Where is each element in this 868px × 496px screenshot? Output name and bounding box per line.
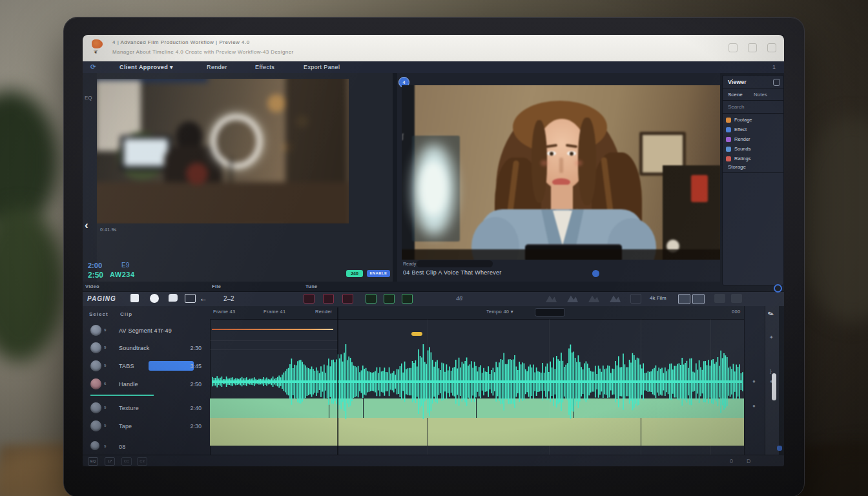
track-list-panel: Select Clip 9 AV Segment 4Tr-49 9 Soundt…: [83, 306, 211, 455]
status-icon-cc[interactable]: CC: [121, 457, 132, 466]
layout-toggle-icon[interactable]: [692, 294, 705, 304]
sounds-icon: [726, 147, 731, 152]
track-row[interactable]: 9 Tape 2:30: [83, 419, 210, 435]
paging-label: PAGING: [87, 295, 116, 302]
source-scene: [97, 79, 349, 223]
marker-red-icon[interactable]: [304, 294, 315, 304]
keyframe-icon[interactable]: [588, 294, 599, 302]
window-control-icon[interactable]: [728, 43, 738, 52]
timeline-ruler[interactable]: Frame 43 Frame 41 Render Tempo 40 ▾ 000: [210, 306, 744, 320]
scene-note-glyph: ʃ: [402, 133, 403, 140]
keyframe-icon[interactable]: [567, 294, 578, 302]
tempo-value-box[interactable]: [535, 308, 565, 316]
back-arrow-icon[interactable]: ←: [200, 294, 207, 303]
track-row[interactable]: 9 AV Segment 4Tr-49: [83, 324, 210, 339]
track-duration: 2:30: [178, 345, 202, 351]
source-video-frame[interactable]: [97, 79, 349, 223]
comment-icon[interactable]: [169, 294, 178, 302]
menu-item-client-approved[interactable]: Client Approved ▾: [119, 64, 173, 70]
scene-monitor-glow: [124, 139, 168, 166]
keyframe-icon[interactable]: [546, 294, 557, 302]
keyframe-icon[interactable]: [610, 294, 621, 302]
viewer-item-effect[interactable]: Effect: [726, 126, 780, 134]
record-icon[interactable]: [150, 294, 159, 303]
audio-waveform[interactable]: [212, 329, 744, 439]
viewer-footer-storage[interactable]: Storage: [728, 164, 746, 170]
menu-item-effects[interactable]: Effects: [255, 64, 274, 70]
program-scene: ʃ: [402, 85, 720, 260]
viewer-tab-notes[interactable]: Notes: [754, 92, 767, 98]
stop-icon[interactable]: [130, 294, 139, 302]
timeline-canvas[interactable]: Frame 43 Frame 41 Render Tempo 40 ▾ 000: [210, 306, 744, 455]
window-control-icon[interactable]: [748, 43, 757, 52]
vertical-scrollbar-thumb[interactable]: [772, 373, 776, 400]
layout-dim-icon[interactable]: [714, 294, 725, 303]
divider: [723, 113, 783, 114]
brace-icon[interactable]: }: [770, 368, 772, 374]
track-num: 9: [104, 346, 106, 349]
viewer-item-ratings[interactable]: Ratings: [726, 155, 780, 163]
scene-desk: [97, 182, 349, 223]
status-icon-c3[interactable]: C3: [137, 457, 147, 466]
image-icon[interactable]: [185, 294, 196, 303]
window-control-icon[interactable]: [767, 43, 776, 52]
status-icon-l7[interactable]: L7: [105, 457, 115, 466]
clip-green-icon[interactable]: [366, 294, 377, 304]
clip-green-icon[interactable]: [402, 294, 413, 304]
track-row-selected[interactable]: 9 TABS 3:45: [83, 359, 210, 375]
scene-chair: [186, 163, 208, 185]
program-video-frame[interactable]: ʃ: [402, 85, 720, 260]
corner-blue-icon[interactable]: [777, 446, 782, 451]
footage-icon: [726, 118, 731, 123]
viewer-item-footage[interactable]: Footage: [726, 116, 780, 125]
badge-blue[interactable]: ENABLE: [367, 270, 390, 277]
menu-item-export-panel[interactable]: Export Panel: [304, 64, 340, 70]
play-icon[interactable]: ⟳: [90, 63, 96, 70]
program-sync-icon[interactable]: [592, 270, 599, 277]
viewer-item-label: Footage: [734, 117, 752, 123]
layout-dim-icon[interactable]: [731, 294, 742, 303]
lock-icon[interactable]: 0: [730, 458, 733, 464]
program-caption: 04 Best Clip A Voice That Wherever: [403, 269, 502, 276]
program-progress-pill[interactable]: [417, 260, 493, 267]
section-label-file: File: [212, 284, 221, 289]
collapse-chevron-icon[interactable]: ‹: [85, 219, 88, 232]
track-row[interactable]: 6 Handle 2:50: [83, 377, 210, 393]
viewer-tab-scene[interactable]: Scene: [728, 92, 743, 98]
status-icon-eq[interactable]: EQ: [88, 457, 98, 466]
menu-item-render[interactable]: Render: [207, 64, 227, 70]
timeline-tool-strip: ✎ ✦ } ●: [765, 306, 780, 455]
layout-toggle-icon[interactable]: [678, 294, 690, 304]
tracks-header-select: Select: [89, 311, 108, 317]
track-name: Soundtrack: [119, 345, 150, 351]
tempo-dropdown[interactable]: Tempo 40 ▾: [486, 309, 513, 315]
track-duration: 2:50: [178, 381, 202, 388]
track-row[interactable]: 9 Soundtrack 2:30: [83, 341, 210, 356]
center-counter: 48: [456, 295, 462, 302]
track-avatar: [90, 441, 99, 450]
viewer-item-render[interactable]: Render: [726, 136, 780, 144]
marker-red-icon[interactable]: [323, 294, 334, 304]
track-row[interactable]: 9 Texture 2:40: [83, 401, 210, 417]
clip-green-icon[interactable]: [384, 294, 395, 304]
panel-menu-icon[interactable]: [773, 79, 780, 86]
keyframe-dim-icon[interactable]: [630, 294, 641, 304]
app-logo-icon: [92, 39, 103, 48]
track-row[interactable]: 9 08: [83, 440, 210, 455]
track-avatar: [90, 325, 101, 336]
sparkle-icon[interactable]: ✦: [769, 335, 774, 340]
pen-icon[interactable]: ✎: [767, 309, 775, 319]
ruler-label-3: Render: [315, 309, 332, 315]
badge-teal[interactable]: 240: [346, 270, 363, 277]
viewer-item-sounds[interactable]: Sounds: [726, 145, 780, 154]
cheek-blush: [575, 160, 583, 166]
source-monitor-panel: EQ ‹: [83, 73, 393, 282]
marker-red-icon[interactable]: [342, 294, 353, 304]
playhead[interactable]: [337, 307, 338, 455]
window-title-bar: ❦ 4 | Advanced Film Production Workflow …: [83, 35, 784, 61]
track-num: 9: [104, 328, 106, 332]
viewer-search-input[interactable]: Search: [728, 104, 744, 110]
help-ring-icon[interactable]: [774, 284, 782, 293]
track-avatar-pink: [90, 378, 101, 389]
eject-icon[interactable]: D: [747, 458, 751, 464]
